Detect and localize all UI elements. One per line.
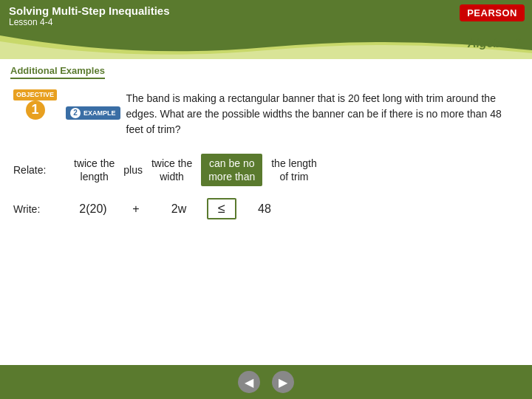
problem-text: The band is making a rectangular banner …	[126, 91, 519, 137]
main-content: OBJECTIVE 1 2 EXAMPLE The band is making…	[0, 81, 532, 227]
relate-can-be-no-more-than: can be no more than	[201, 154, 262, 186]
objective-badge: OBJECTIVE	[13, 89, 57, 100]
algebra-label: Algebra 1	[468, 37, 522, 50]
forward-icon: ▶	[279, 375, 287, 389]
relate-row: Relate: twice the length plus twice the …	[13, 154, 519, 186]
pearson-badge: PEARSON	[460, 4, 525, 21]
section-header: Additional Examples	[0, 59, 532, 81]
example-number: 2	[70, 108, 81, 118]
relate-col5: the length of trim	[271, 157, 317, 183]
forward-button[interactable]: ▶	[272, 371, 294, 393]
page-title: Solving Multi-Step Inequalities	[9, 4, 523, 17]
example-badge: 2 EXAMPLE	[66, 106, 120, 120]
back-button[interactable]: ◀	[238, 371, 260, 393]
write-col5: 48	[250, 202, 279, 216]
relate-section: Relate: twice the length plus twice the …	[13, 154, 519, 186]
relate-plus: plus	[123, 163, 143, 177]
additional-examples-label: Additional Examples	[10, 65, 105, 79]
wave-divider: Algebra 1	[0, 35, 532, 59]
bottom-nav-bar: ◀ ▶	[0, 365, 532, 399]
objective-number: 1	[26, 100, 45, 120]
write-row: Write: 2(20) + 2w ≤ 48	[13, 198, 519, 219]
relate-col1: twice the length	[74, 157, 115, 183]
relate-label: Relate:	[13, 164, 65, 176]
write-col3: 2w	[164, 202, 194, 216]
back-icon: ◀	[245, 375, 253, 389]
write-col1: 2(20)	[78, 202, 108, 216]
objective-row: OBJECTIVE 1 2 EXAMPLE The band is making…	[13, 88, 519, 137]
write-label: Write:	[13, 203, 65, 215]
page-header: Solving Multi-Step Inequalities Lesson 4…	[0, 0, 532, 35]
write-section: Write: 2(20) + 2w ≤ 48	[13, 198, 519, 219]
write-inequality: ≤	[207, 198, 236, 219]
example-label: EXAMPLE	[83, 109, 116, 117]
relate-col3: twice the width	[151, 157, 192, 183]
lesson-label: Lesson 4-4	[9, 17, 523, 27]
write-plus: +	[121, 202, 151, 216]
